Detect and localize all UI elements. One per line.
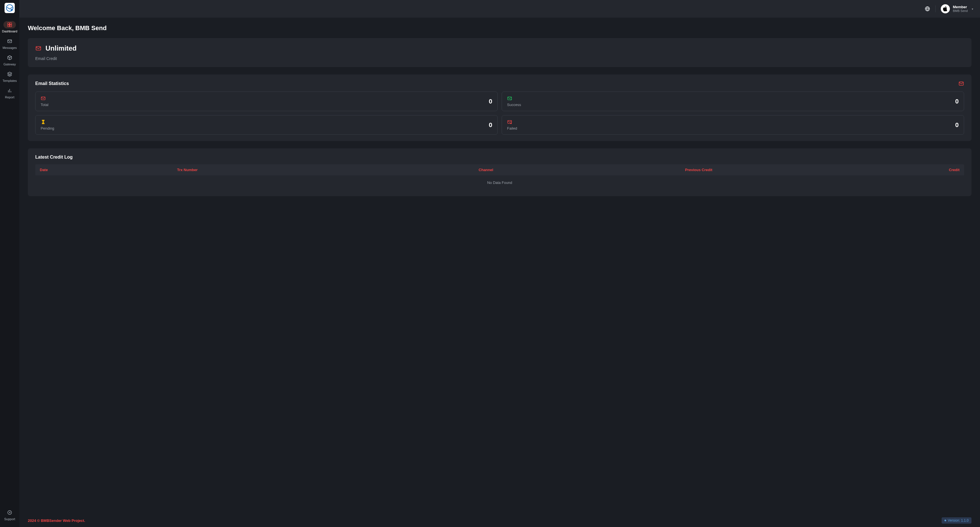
page-title: Welcome Back, BMB Send xyxy=(28,24,972,32)
column-header: Trx Number xyxy=(177,168,397,172)
credit-log-table: Date Trx Number Channel Previous Credit … xyxy=(35,164,964,190)
svg-point-1 xyxy=(11,9,13,11)
main-area: Member BMB Send ▾ Welcome Back, BMB Send… xyxy=(19,0,980,527)
chevron-down-icon: ▾ xyxy=(972,7,973,11)
sidebar-item-label: Templates xyxy=(3,79,17,83)
sidebar-item-label: Gateway xyxy=(3,62,16,66)
globe-icon[interactable] xyxy=(924,6,930,12)
stat-label: Success xyxy=(507,103,521,107)
sidebar: Dashboard Messages Gateway Templates Rep… xyxy=(0,0,19,527)
mail-icon xyxy=(35,45,41,51)
mail-x-icon xyxy=(507,119,512,124)
stat-value: 0 xyxy=(955,98,959,105)
credit-card: Unlimited Email Credit xyxy=(28,38,972,67)
mail-check-icon xyxy=(507,96,512,101)
stat-label: Total xyxy=(41,103,48,107)
sidebar-item-gateway[interactable]: Gateway xyxy=(0,52,19,68)
logo-icon xyxy=(6,4,14,12)
svg-rect-5 xyxy=(10,25,12,27)
user-name: BMB Send xyxy=(953,9,968,13)
user-menu[interactable]: Member BMB Send ▾ xyxy=(941,4,973,13)
column-header: Previous Credit xyxy=(575,168,822,172)
send-icon xyxy=(7,510,12,515)
content-area: Welcome Back, BMB Send Unlimited Email C… xyxy=(19,18,980,514)
mail-icon xyxy=(41,96,46,101)
avatar xyxy=(941,4,950,13)
credit-amount: Unlimited xyxy=(46,45,76,52)
topbar: Member BMB Send ▾ xyxy=(19,0,980,18)
stat-box-total: Total 0 xyxy=(35,92,498,111)
stat-box-pending: Pending 0 xyxy=(35,115,498,135)
copyright: 2024 © BMBSender Web Project. xyxy=(28,519,85,523)
stat-box-success: Success 0 xyxy=(502,92,964,111)
stat-value: 0 xyxy=(489,98,492,105)
sidebar-item-label: Support xyxy=(4,517,15,521)
sidebar-item-label: Messages xyxy=(3,46,17,49)
stat-box-failed: Failed 0 xyxy=(502,115,964,135)
stats-title: Email Statistics xyxy=(35,81,69,86)
user-role: Member xyxy=(953,5,968,10)
version-badge[interactable]: Version: 1.1.0 xyxy=(942,517,972,524)
version-text: Version: 1.1.0 xyxy=(948,519,969,522)
stats-card: Email Statistics Total 0 Success 0 xyxy=(28,75,972,141)
stat-label: Pending xyxy=(41,126,54,131)
sidebar-item-dashboard[interactable]: Dashboard xyxy=(0,19,19,35)
mail-icon xyxy=(7,39,12,44)
sidebar-item-support[interactable]: Support xyxy=(0,506,19,523)
empty-state: No Data Found xyxy=(35,175,964,190)
sidebar-item-label: Report xyxy=(5,96,14,99)
svg-rect-3 xyxy=(10,23,12,24)
log-title: Latest Credit Log xyxy=(35,154,964,160)
mail-icon xyxy=(958,81,964,86)
column-header: Channel xyxy=(397,168,575,172)
sidebar-item-messages[interactable]: Messages xyxy=(0,35,19,52)
hourglass-icon xyxy=(41,119,46,124)
sidebar-item-report[interactable]: Report xyxy=(0,85,19,101)
layers-icon xyxy=(7,72,12,77)
apple-icon xyxy=(942,6,948,12)
stat-value: 0 xyxy=(955,121,959,129)
bar-chart-icon xyxy=(7,88,12,93)
dot-icon xyxy=(945,520,946,521)
table-header-row: Date Trx Number Channel Previous Credit … xyxy=(35,164,964,175)
grid-icon xyxy=(7,22,12,27)
column-header: Date xyxy=(40,168,177,172)
column-header: Credit xyxy=(822,168,959,172)
credit-label: Email Credit xyxy=(35,56,964,61)
cube-icon xyxy=(7,55,12,60)
log-card: Latest Credit Log Date Trx Number Channe… xyxy=(28,148,972,196)
app-logo[interactable] xyxy=(5,3,15,13)
svg-rect-2 xyxy=(8,23,10,24)
stat-label: Failed xyxy=(507,126,517,131)
sidebar-item-label: Dashboard xyxy=(2,30,18,33)
stat-value: 0 xyxy=(489,121,492,129)
nav-items: Dashboard Messages Gateway Templates Rep… xyxy=(0,19,19,101)
svg-rect-4 xyxy=(8,25,10,27)
footer: 2024 © BMBSender Web Project. Version: 1… xyxy=(19,514,980,527)
sidebar-item-templates[interactable]: Templates xyxy=(0,68,19,85)
